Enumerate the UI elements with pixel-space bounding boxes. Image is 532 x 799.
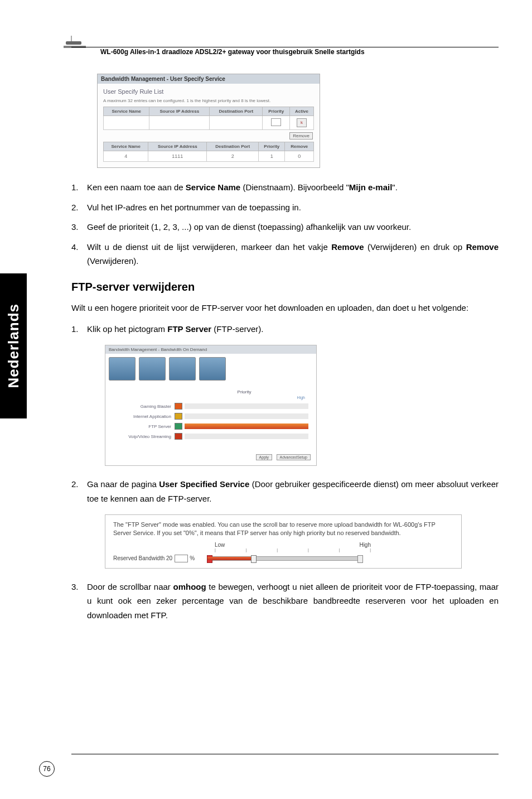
active-button[interactable]: k [297, 118, 307, 127]
bar-color-icon [175, 413, 182, 420]
shot1-col: Source IP Address [149, 107, 210, 116]
priority-bar-row: Gaming Blaster [113, 403, 308, 410]
shot1-table1: Service Name Source IP Address Destinati… [103, 107, 314, 130]
shot3-high: High [359, 542, 371, 548]
bar-label: Gaming Blaster [113, 404, 175, 409]
steps-list-1: 1.Ken een naam toe aan de Service Name (… [71, 180, 499, 268]
apply-button[interactable]: Apply [256, 454, 273, 460]
shot2-title: Bandwidth Management - Bandwidth On Dema… [105, 345, 316, 354]
bar-label: Internet Application [113, 414, 175, 419]
shot1-subtitle: User Specify Rule List [103, 88, 314, 95]
shot1-col: Destination Port [207, 142, 259, 151]
tile-icon[interactable] [139, 357, 166, 381]
shot1-col: Source IP Address [148, 142, 207, 151]
shot1-col: Service Name [104, 107, 149, 116]
bandwidth-slider[interactable] [207, 556, 363, 561]
steps-list-2c: 3.Door de scrollbar naar omhoog te beweg… [71, 580, 499, 623]
priority-bar-row: FTP Server [113, 423, 308, 430]
priority-input[interactable] [271, 118, 281, 126]
table-row: 4 1111 2 1 0 [104, 151, 314, 162]
priority-track[interactable] [185, 413, 308, 419]
priority-bar-row: Voip/Video Streaming [113, 433, 308, 440]
section-heading: FTP-server verwijderen [71, 281, 499, 293]
shot1-desc: A maximum 32 entries can be configured. … [103, 98, 314, 103]
steps-list-2a: 1.Klik op het pictogram FTP Server (FTP-… [71, 322, 499, 336]
list-item: 3.Geef de prioriteit (1, 2, 3, ...) op v… [71, 220, 499, 234]
header-divider [71, 47, 499, 47]
tile-icon[interactable] [199, 357, 226, 381]
footer-divider [71, 754, 499, 754]
remove-button[interactable]: Remove [289, 132, 313, 139]
list-item: 2.Vul het IP-adres en het portnummer van… [71, 200, 499, 215]
shot1-title: Bandwidth Management - User Specify Serv… [98, 74, 320, 84]
shot1-col: Service Name [104, 142, 148, 151]
language-tab-label: Nederlands [5, 304, 22, 388]
screenshot-reserved-bandwidth: The "FTP Server" mode was enabled. You c… [105, 514, 462, 569]
bar-color-icon [175, 433, 182, 440]
shot2-high-label: High [297, 396, 308, 399]
reserved-bandwidth-label: Reserved Bandwidth 20 % [113, 555, 195, 562]
bar-label: Voip/Video Streaming [113, 434, 175, 439]
advanced-button[interactable]: AdvancedSetup [277, 454, 311, 460]
bar-color-icon [175, 403, 182, 410]
priority-bar-row: Internet Application [113, 413, 308, 420]
shot1-col: Priority [263, 107, 290, 116]
list-item: 2.Ga naar de pagina User Specified Servi… [71, 477, 499, 506]
screenshot-bandwidth-on-demand: Bandwidth Management - Bandwidth On Dema… [105, 345, 317, 466]
language-tab: Nederlands [0, 273, 27, 418]
screenshot-user-specify-service: Bandwidth Management - User Specify Serv… [97, 74, 320, 168]
list-item: 1.Klik op het pictogram FTP Server (FTP-… [71, 322, 499, 336]
shot1-table2: Service Name Source IP Address Destinati… [103, 142, 314, 162]
shot1-col: Priority [259, 142, 285, 151]
tile-icon[interactable] [169, 357, 196, 381]
shot3-low: Low [215, 542, 225, 548]
shot1-col: Remove [285, 142, 314, 151]
header-title: WL-600g Alles-in-1 draadloze ADSL2/2+ ga… [100, 48, 365, 56]
shot2-priority-label: Priority [180, 389, 308, 394]
page-number: 76 [39, 761, 55, 777]
svg-rect-1 [66, 41, 81, 45]
section-intro: Wilt u een hogere prioriteit voor de FTP… [71, 301, 499, 314]
priority-track[interactable] [185, 434, 308, 439]
shot1-col: Destination Port [210, 107, 263, 116]
priority-track[interactable] [185, 423, 308, 429]
list-item: 3.Door de scrollbar naar omhoog te beweg… [71, 580, 499, 623]
tile-icon[interactable] [109, 357, 136, 381]
priority-track[interactable] [185, 403, 308, 409]
reserved-bandwidth-input[interactable] [175, 555, 188, 562]
list-item: 4.Wilt u de dienst uit de lijst verwijde… [71, 240, 499, 268]
steps-list-2b: 2.Ga naar de pagina User Specified Servi… [71, 477, 499, 506]
table-row: k [104, 116, 314, 130]
list-item: 1.Ken een naam toe aan de Service Name (… [71, 180, 499, 195]
shot3-desc: The "FTP Server" mode was enabled. You c… [113, 521, 453, 537]
shot1-col: Active [289, 107, 313, 116]
bar-color-icon [175, 423, 182, 430]
bar-label: FTP Server [113, 424, 175, 429]
